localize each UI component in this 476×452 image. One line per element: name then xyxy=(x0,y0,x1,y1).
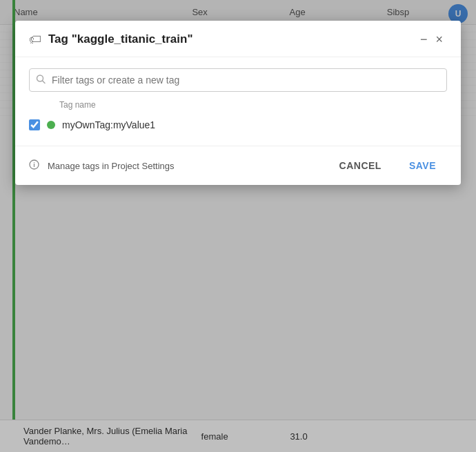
search-wrapper xyxy=(29,68,447,92)
tag-label: myOwnTag:myValue1 xyxy=(62,119,155,130)
list-item: myOwnTag:myValue1 xyxy=(29,115,447,135)
tag-column-header: Tag name xyxy=(29,100,447,110)
svg-text:i: i xyxy=(33,161,35,168)
tag-icon: 🏷 xyxy=(29,32,41,47)
tag-checkbox[interactable] xyxy=(29,119,40,130)
dialog-footer: i Manage tags in Project Settings CANCEL… xyxy=(15,146,461,185)
dialog-title: Tag "kaggle_titanic_train" xyxy=(48,32,416,46)
tag-dialog: 🏷 Tag "kaggle_titanic_train" − × Tag nam… xyxy=(15,21,461,185)
tag-search-input[interactable] xyxy=(29,68,447,92)
cancel-button[interactable]: CANCEL xyxy=(328,155,393,177)
info-icon: i xyxy=(29,159,39,172)
tag-list: myOwnTag:myValue1 xyxy=(29,115,447,135)
dialog-header: 🏷 Tag "kaggle_titanic_train" − × xyxy=(15,21,461,57)
search-icon xyxy=(36,75,46,86)
svg-line-1 xyxy=(43,81,46,83)
save-button[interactable]: SAVE xyxy=(398,155,447,177)
tag-dot xyxy=(47,121,55,129)
dialog-body: Tag name myOwnTag:myValue1 xyxy=(15,57,461,146)
minimize-button[interactable]: − xyxy=(416,32,432,47)
footer-info-text: Manage tags in Project Settings xyxy=(48,161,323,171)
close-button[interactable]: × xyxy=(431,32,447,47)
